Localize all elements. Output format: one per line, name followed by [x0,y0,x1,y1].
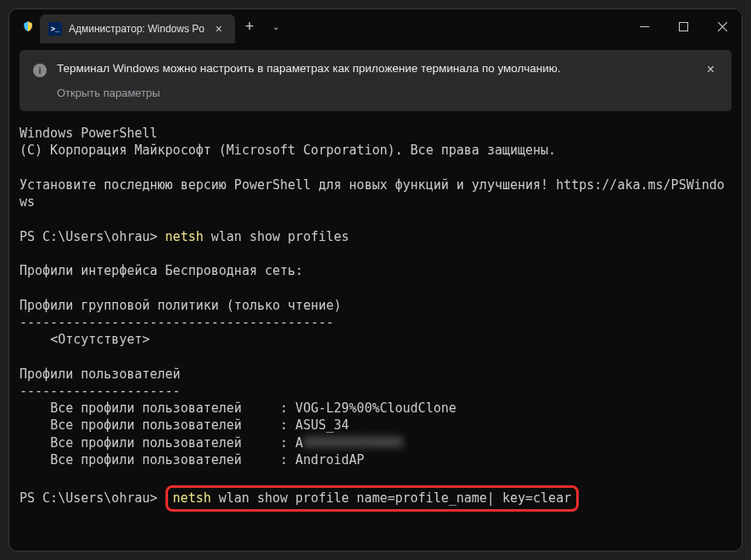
info-close-button[interactable]: × [703,62,718,77]
section-header: Профили групповой политики (только чтени… [20,298,341,313]
active-tab[interactable]: >_ Администратор: Windows Po × [40,14,235,43]
profile-value: ASUS_34 [295,417,349,433]
app-window: >_ Администратор: Windows Po × + ⌄ i Тер… [8,8,743,552]
info-bar: i Терминал Windows можно настроить в пар… [20,50,731,111]
tab-dropdown-button[interactable]: ⌄ [264,22,288,31]
info-content: Терминал Windows можно настроить в парам… [57,62,693,99]
tab-title: Администратор: Windows Po [69,23,205,35]
command-highlight: netsh [165,229,204,244]
new-tab-button[interactable]: + [235,18,264,36]
command-text: wlan show profiles [204,229,350,244]
profile-value: AndroidAP [295,452,364,468]
close-window-button[interactable] [703,9,742,43]
command-highlight: netsh [173,490,211,506]
powershell-icon: >_ [48,22,62,36]
shield-icon [21,20,35,33]
command-highlight-box: netsh wlan show profile name=profile_nam… [165,485,580,511]
terminal-line: Установите последнюю версию PowerShell д… [20,177,725,210]
prompt: PS C:\Users\ohrau> [20,229,165,244]
svg-rect-0 [640,26,649,27]
window-controls [625,9,742,43]
minimize-button[interactable] [625,9,664,43]
terminal-line: (C) Корпорация Майкрософт (Microsoft Cor… [20,143,556,158]
tab-close-button[interactable]: × [211,22,227,36]
info-text: Терминал Windows можно настроить в парам… [57,62,693,75]
terminal-line: <Отсутствует> [20,332,150,347]
section-header: Профили интерфейса Беспроводная сеть: [20,263,303,278]
redacted-text: XXXXXXXXXXXXX [303,435,402,451]
profile-value: A [295,435,303,451]
profile-label: Все профили пользователей : [20,417,295,433]
profile-label: Все профили пользователей : [20,400,295,416]
divider: ----------------------------------------… [20,315,333,330]
open-settings-link[interactable]: Открыть параметры [57,87,693,99]
svg-rect-1 [679,22,687,31]
info-icon: i [33,64,47,77]
titlebar: >_ Администратор: Windows Po × + ⌄ [9,9,742,43]
terminal-output[interactable]: Windows PowerShell (C) Корпорация Майкро… [9,118,742,551]
maximize-button[interactable] [664,9,703,43]
profile-label: Все профили пользователей : [20,452,295,468]
profile-label: Все профили пользователей : [20,435,295,451]
terminal-line: Windows PowerShell [20,126,158,141]
section-header: Профили пользователей [20,367,181,382]
divider: --------------------- [20,384,181,399]
prompt: PS C:\Users\ohrau> [20,490,165,506]
profile-value: VOG-L29%00%CloudClone [295,400,457,416]
command-text: wlan show profile name=profile_name| key… [211,490,571,506]
